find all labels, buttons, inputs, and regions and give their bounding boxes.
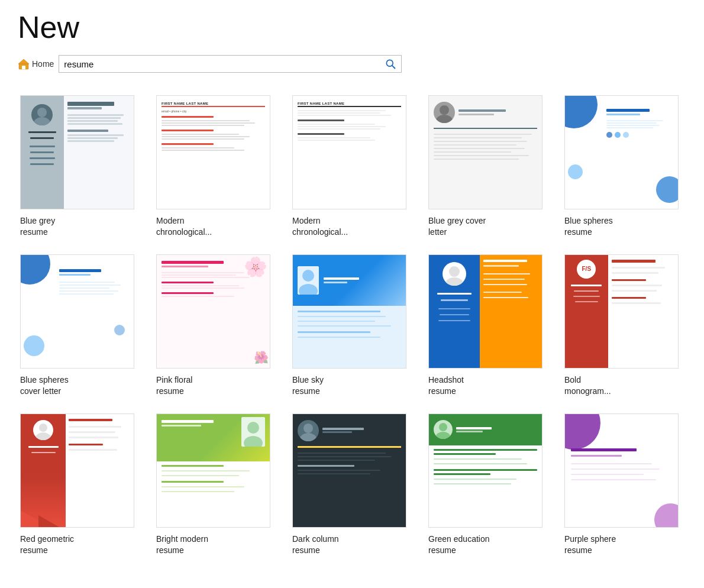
svg-point-14 [39,424,47,432]
template-label-line1: Purple sphere [564,534,616,545]
template-label-line1: Blue grey [20,215,55,227]
page-title: New [18,11,686,44]
template-card-blue-spheres-resume[interactable]: Blue spheresresume [556,89,692,248]
svg-point-6 [34,117,50,125]
template-label-line2: chronological... [292,227,348,238]
template-card-purple-sphere[interactable]: Purple sphereresume [556,408,692,567]
svg-point-10 [302,270,314,282]
svg-point-22 [436,432,450,439]
template-card-blue-grey-cover-letter[interactable]: Blue grey coverletter [420,89,556,248]
svg-rect-2 [22,66,25,69]
template-label-line1: Dark column [292,534,339,545]
template-label-line1: Green education [428,534,490,545]
template-label-line2: resume [20,545,74,556]
template-label-line1: Bright modern [156,534,208,545]
template-label-line2: resume [564,227,613,238]
template-label-line2: letter [428,227,486,238]
svg-point-8 [436,115,453,123]
template-label: Blue spherescover letter [20,374,69,397]
template-label-line2: resume [564,545,616,556]
template-label: Green educationresume [428,534,490,556]
svg-point-17 [247,422,259,434]
svg-point-13 [445,277,463,286]
template-label-line1: Blue grey cover [428,215,486,227]
template-card-green-edu-resume[interactable]: Green educationresume [420,408,556,567]
template-label: Boldmonogram... [564,374,611,397]
template-label-line2: cover letter [20,386,69,397]
template-card-blue-spheres-cover-letter[interactable]: Blue spherescover letter [12,248,148,408]
search-input[interactable] [59,56,380,72]
template-label-line2: resume [292,386,324,397]
template-label-line1: Blue spheres [20,374,69,386]
template-label: Modernchronological... [292,215,348,238]
template-label-line2: resume [156,386,192,397]
template-card-modern-chronological-2[interactable]: FIRST NAME LAST NAME Modernchronological… [284,89,420,248]
template-card-bright-resume[interactable]: Bright modernresume [148,408,284,567]
template-card-pink-floral-resume[interactable]: 🌸 🌺 Pink floralresume [148,248,284,408]
svg-line-4 [392,66,395,69]
template-card-dark-col-resume[interactable]: Dark columnresume [284,408,420,567]
svg-point-12 [449,266,460,277]
svg-point-5 [37,108,47,117]
template-label-line1: Blue sky [292,374,324,386]
svg-point-7 [440,105,449,115]
svg-point-19 [303,424,313,433]
svg-point-15 [35,432,51,440]
template-label: Headshotresume [428,374,464,397]
template-label-line2: monogram... [564,386,611,397]
template-label: Bright modernresume [156,534,208,556]
search-input-wrap[interactable] [59,55,402,73]
page-header: New Home [0,0,704,89]
template-card-blue-sky-resume[interactable]: Blue skyresume [284,248,420,408]
home-icon [18,58,30,70]
templates-grid: Blue greyresume FIRST NAME LAST NAME ema… [0,89,704,566]
search-button[interactable] [380,56,401,72]
template-label-line1: Modern [156,215,212,227]
template-label-line2: resume [292,545,339,556]
svg-point-20 [300,433,317,441]
template-label: Pink floralresume [156,374,192,397]
template-card-bold-monogram[interactable]: F/S [556,248,692,408]
template-label: Blue greyresume [20,215,55,238]
template-label-line2: resume [20,227,55,238]
svg-point-21 [439,423,447,431]
template-label-line1: Bold [564,374,611,386]
template-label-line1: Blue spheres [564,215,613,227]
home-label: Home [32,59,54,69]
svg-marker-1 [18,59,29,64]
template-label-line2: resume [428,545,490,556]
template-label-line1: Modern [292,215,348,227]
template-label-line2: resume [156,545,208,556]
template-label: Blue skyresume [292,374,324,397]
template-label-line1: Headshot [428,374,464,386]
template-label: Modernchronological... [156,215,212,238]
template-card-red-geo[interactable]: Red geometricresume [12,408,148,567]
template-card-headshot-resume[interactable]: Headshotresume [420,248,556,408]
home-link[interactable]: Home [18,58,54,70]
search-bar: Home [18,55,686,73]
search-icon [385,58,396,70]
template-label: Red geometricresume [20,534,74,556]
template-label-line2: resume [428,386,464,397]
template-label: Purple sphereresume [564,534,616,556]
template-label: Dark columnresume [292,534,339,556]
template-label: Blue grey coverletter [428,215,486,238]
template-label: Blue spheresresume [564,215,613,238]
template-label-line1: Pink floral [156,374,192,386]
template-card-modern-chronological-1[interactable]: FIRST NAME LAST NAME email • phone • cit… [148,89,284,248]
template-label-line1: Red geometric [20,534,74,545]
template-label-line2: chronological... [156,227,212,238]
template-card-blue-grey-resume[interactable]: Blue greyresume [12,89,148,248]
